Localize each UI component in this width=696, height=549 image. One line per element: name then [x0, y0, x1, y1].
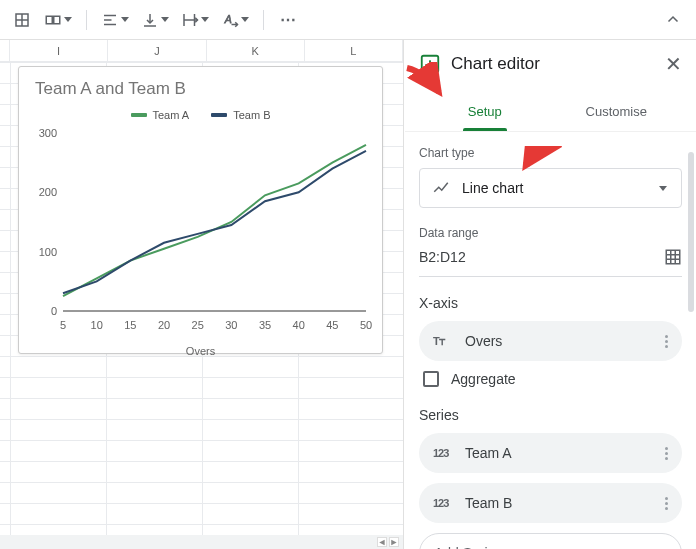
close-panel-button[interactable]: ✕	[665, 52, 682, 76]
tab-customise[interactable]: Customise	[551, 104, 683, 131]
col-header[interactable]: I	[10, 40, 108, 61]
chart-plot-area: 01002003005101520253035404550	[29, 129, 372, 329]
col-header[interactable]: J	[108, 40, 206, 61]
text-wrap-button[interactable]	[177, 6, 213, 34]
chevron-down-icon	[659, 186, 667, 191]
spreadsheet-area: I J K L Team A and Team B Team A Team B …	[0, 40, 404, 549]
add-series-label: Add Series	[434, 545, 673, 549]
select-range-icon[interactable]	[664, 248, 682, 266]
number-type-icon: 123	[433, 447, 453, 459]
svg-rect-3	[46, 16, 52, 24]
text-type-icon: Tᴛ	[433, 335, 453, 348]
scroll-right-button[interactable]: ►	[389, 537, 399, 547]
legend-item: Team A	[153, 109, 190, 121]
svg-rect-18	[429, 60, 431, 69]
svg-text:A: A	[224, 13, 232, 25]
data-range-input[interactable]: B2:D12	[419, 249, 466, 265]
col-header[interactable]: L	[305, 40, 403, 61]
tab-setup[interactable]: Setup	[419, 104, 551, 131]
x-axis-field-name: Overs	[465, 333, 646, 349]
x-axis-section-label: X-axis	[419, 295, 682, 311]
x-axis-title: Overs	[29, 345, 372, 357]
aggregate-checkbox[interactable]	[423, 371, 439, 387]
series-chip-team-a[interactable]: 123 Team A	[419, 433, 682, 473]
legend-item: Team B	[233, 109, 270, 121]
chart-type-value: Line chart	[462, 180, 647, 196]
chart-editor-icon	[419, 53, 441, 75]
chart-editor-panel: Chart editor ✕ Setup Customise Chart typ…	[404, 40, 696, 549]
sheet-scroll-footer: ◄ ►	[0, 535, 403, 549]
col-header[interactable]: K	[207, 40, 305, 61]
add-series-button[interactable]: Add Series	[419, 533, 682, 549]
collapse-toolbar-button[interactable]	[660, 6, 688, 34]
toolbar: A ⋯	[0, 0, 696, 40]
chart-legend: Team A Team B	[29, 109, 372, 121]
borders-button[interactable]	[8, 6, 36, 34]
scroll-left-button[interactable]: ◄	[377, 537, 387, 547]
svg-rect-19	[433, 66, 435, 70]
aggregate-label: Aggregate	[451, 371, 516, 387]
embedded-chart[interactable]: Team A and Team B Team A Team B 01002003…	[18, 66, 383, 354]
svg-rect-4	[54, 16, 60, 24]
column-headers: I J K L	[0, 40, 403, 62]
chart-type-label: Chart type	[419, 146, 682, 160]
text-rotation-button[interactable]: A	[217, 6, 253, 34]
chart-title: Team A and Team B	[29, 79, 372, 99]
number-type-icon: 123	[433, 497, 453, 509]
line-chart-icon	[432, 179, 450, 197]
more-tools-button[interactable]: ⋯	[274, 6, 302, 34]
more-options-icon[interactable]	[658, 447, 674, 460]
more-options-icon[interactable]	[658, 335, 674, 348]
horizontal-align-button[interactable]	[97, 6, 133, 34]
svg-rect-17	[425, 64, 427, 70]
editor-tabs: Setup Customise	[405, 88, 696, 132]
x-axis-field-chip[interactable]: Tᴛ Overs	[419, 321, 682, 361]
series-name: Team A	[465, 445, 646, 461]
panel-title: Chart editor	[451, 54, 655, 74]
series-chip-team-b[interactable]: 123 Team B	[419, 483, 682, 523]
data-range-label: Data range	[419, 226, 682, 240]
cells-grid[interactable]: Team A and Team B Team A Team B 01002003…	[0, 62, 403, 535]
series-section-label: Series	[419, 407, 682, 423]
more-options-icon[interactable]	[658, 497, 674, 510]
merge-cells-button[interactable]	[40, 6, 76, 34]
series-name: Team B	[465, 495, 646, 511]
chart-type-select[interactable]: Line chart	[419, 168, 682, 208]
svg-rect-20	[666, 250, 680, 264]
vertical-align-button[interactable]	[137, 6, 173, 34]
